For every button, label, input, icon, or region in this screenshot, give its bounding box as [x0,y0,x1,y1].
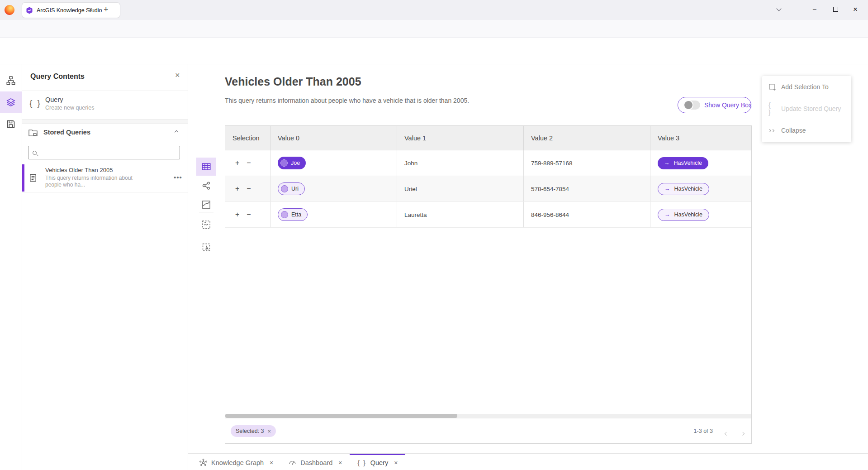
tab-close-icon[interactable]: × [270,459,273,466]
toggle-knob[interactable] [683,100,693,110]
row-remove-button[interactable]: − [247,185,251,193]
hierarchy-icon [6,76,15,85]
browser-toolbar: ← → https://dev0028833.esri.com/portal/a… [0,20,868,38]
context-menu: Add Selection To { } Update Stored Query… [762,76,851,142]
rail-contents-button[interactable] [0,91,22,113]
relationship-pill[interactable]: →HasVehicle [658,209,709,221]
column-header[interactable]: Value 2 [524,126,650,150]
entity-dot-icon [280,159,288,167]
map-icon [202,200,211,209]
menu-item-add-selection-to[interactable]: Add Selection To [762,76,851,98]
table-icon [202,162,211,171]
pagination-label: 1-3 of 3 [694,428,713,434]
window-maximize-button[interactable] [833,7,838,12]
column-header[interactable]: Value 1 [397,126,524,150]
menu-item-collapse[interactable]: Collapse [762,120,851,141]
table-footer: Selected: 3 × 1-3 of 3 [225,418,751,443]
stored-queries-search[interactable] [28,146,180,159]
toggle-track[interactable] [683,101,700,110]
knowledge-graph-icon [199,459,207,466]
table-row[interactable]: +− Uri Uriel 578-654-7854 →HasVehicle [225,176,751,202]
tab-dashboard[interactable]: Dashboard × [281,454,350,470]
table-header-row: Selection Value 0 Value 1 Value 2 Value … [225,126,751,150]
list-tabs-chevron-icon[interactable] [776,6,781,11]
cell-value2: 578-654-7854 [524,176,650,201]
column-header[interactable]: Value 0 [270,126,397,150]
table-row[interactable]: +− Joe John 759-889-57168 →HasVehicle [225,150,751,176]
rail-save-button[interactable] [0,113,22,135]
window-minimize-button[interactable]: – [813,5,816,13]
dashboard-gauge-icon [289,459,296,466]
stored-query-title: Vehicles Older Than 2005 [45,167,113,173]
window-close-button[interactable]: × [853,5,858,14]
layers-icon [6,98,15,107]
table-row[interactable]: +− Etta Lauretta 846-956-8644 →HasVehicl… [225,202,751,228]
entity-pill[interactable]: Uri [278,182,305,195]
selected-count-chip[interactable]: Selected: 3 × [231,425,276,437]
cell-value2: 846-956-8644 [524,202,650,227]
toggle-label: Show Query Box [704,101,752,109]
graph-view-button[interactable] [196,177,216,195]
row-add-button[interactable]: + [235,159,239,167]
column-header[interactable]: Selection [225,126,270,150]
row-remove-button[interactable]: − [247,159,251,167]
row-add-button[interactable]: + [235,211,239,219]
stored-queries-header[interactable]: Stored Queries [22,124,188,142]
row-remove-button[interactable]: − [247,211,251,219]
new-tab-button[interactable]: + [104,5,109,14]
map-view-button[interactable] [196,196,216,214]
tab-query-active[interactable]: { } Query × [350,454,405,470]
arrow-icon: → [664,186,670,192]
clear-selection-icon[interactable]: × [268,428,271,435]
rail-data-model-button[interactable] [0,70,22,91]
pagination-prev-button[interactable] [725,429,728,437]
show-query-box-toggle[interactable]: Show Query Box [678,97,751,113]
entity-pill[interactable]: Etta [278,208,308,221]
stored-query-item-selected[interactable]: Vehicles Older Than 2005 This query retu… [22,164,188,192]
relationship-pill[interactable]: →HasVehicle [658,157,708,169]
app-header: Certification Project ? PL publisher2 la… [0,38,868,64]
map-contents-icon [202,220,211,229]
table-view-button[interactable] [196,158,216,176]
map-selection-button[interactable] [196,216,216,234]
relationship-pill[interactable]: →HasVehicle [658,183,709,195]
panel-close-icon[interactable]: × [175,71,180,80]
scrollbar-thumb[interactable] [225,414,457,418]
save-icon [6,120,15,129]
braces-icon: { } [357,459,366,466]
add-selection-icon [768,83,776,91]
braces-icon: { } [768,101,776,116]
double-chevron-right-icon [768,129,776,132]
collapse-chevron-icon[interactable] [175,130,178,134]
cell-value1: John [397,150,524,176]
arcgis-favicon-icon [26,7,33,14]
horizontal-scrollbar[interactable] [225,414,751,418]
selected-count-label: Selected: 3 [236,428,264,434]
column-header[interactable]: Value 3 [650,126,751,150]
query-result-title: Vehicles Older Than 2005 [225,75,361,88]
search-input[interactable] [40,149,175,156]
link-chart-icon [202,181,211,190]
selection-tool-button[interactable] [196,238,216,256]
query-create-item[interactable]: { } Query Create new queries [22,91,188,119]
item-overflow-menu-icon[interactable]: ••• [174,173,182,181]
query-result-description: This query returns information about peo… [225,97,469,104]
tab-knowledge-graph[interactable]: Knowledge Graph × [192,454,281,470]
section-divider [22,119,188,124]
tab-close-icon[interactable]: × [338,459,342,466]
chevron-right-icon [741,432,745,436]
pagination-next-button[interactable] [741,429,744,437]
arrow-icon: → [664,160,670,166]
stored-queries-title: Stored Queries [43,129,90,136]
query-item-subtitle: Create new queries [45,105,94,111]
row-add-button[interactable]: + [235,185,239,193]
tab-close-icon[interactable]: × [394,459,398,466]
tab-close-icon[interactable]: × [89,6,93,13]
cell-value2: 759-889-57168 [524,150,650,176]
cell-value1: Uriel [397,176,524,201]
stored-query-description: This query returns information aboutpeop… [45,175,133,188]
entity-pill[interactable]: Joe [278,157,306,169]
firefox-icon[interactable] [5,5,14,15]
menu-item-update-stored-query[interactable]: { } Update Stored Query [762,98,851,120]
braces-icon: { } [29,98,42,108]
